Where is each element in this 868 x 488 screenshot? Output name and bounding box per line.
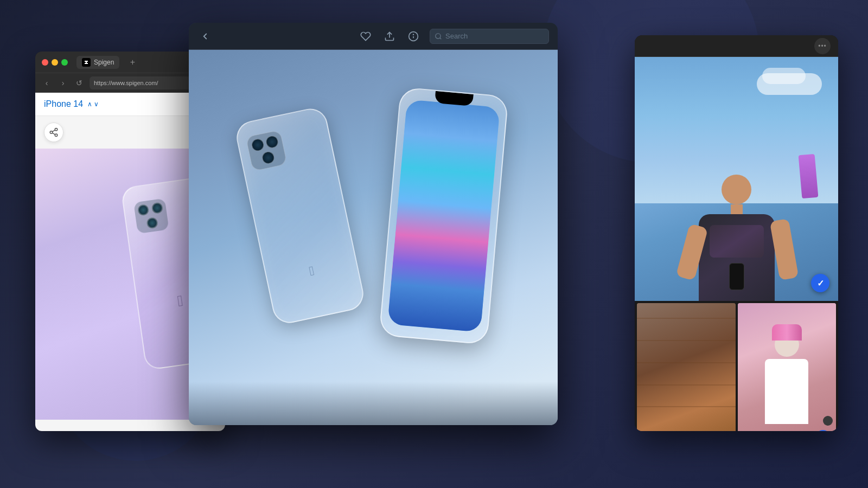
svg-line-3 xyxy=(52,133,55,134)
chevron-down-icon: ∨ xyxy=(94,100,99,108)
product-filter-label: iPhone 14 xyxy=(44,99,83,109)
svg-line-10 xyxy=(440,37,442,39)
close-dot[interactable] xyxy=(42,59,48,66)
photo-thumb-1[interactable] xyxy=(637,303,736,431)
pink-hair xyxy=(772,324,802,341)
right-window: ••• xyxy=(635,35,838,431)
forward-button[interactable]: › xyxy=(57,77,69,89)
cases-container:  xyxy=(238,80,509,395)
case-left-center:  xyxy=(233,105,366,326)
figure-arm-right xyxy=(769,219,799,280)
figure-head xyxy=(722,175,751,204)
figure-neck xyxy=(731,204,743,214)
tab-label: Spigen xyxy=(94,59,114,66)
toolbar-left xyxy=(197,29,213,44)
check-badge-main: ✓ xyxy=(811,274,829,292)
thumb1-texture xyxy=(637,303,736,431)
svg-point-2 xyxy=(55,134,58,137)
search-placeholder-text: Search xyxy=(445,32,468,40)
camera-bump-left xyxy=(133,198,169,234)
held-phone xyxy=(729,263,744,290)
spigen-favicon xyxy=(82,58,91,67)
share-button[interactable] xyxy=(44,123,63,142)
case-lens-c1 xyxy=(251,138,265,152)
heart-button[interactable] xyxy=(358,29,373,44)
more-icon: ••• xyxy=(818,42,827,50)
svg-point-0 xyxy=(55,129,58,131)
check-icon: ✓ xyxy=(817,278,824,288)
center-toolbar: Search xyxy=(189,23,558,50)
clear-case-back:  xyxy=(233,105,366,326)
refresh-button[interactable]: ↺ xyxy=(73,77,85,89)
scroll-indicator xyxy=(823,416,833,426)
main-photo: ✓ xyxy=(635,57,838,301)
traffic-lights xyxy=(42,59,68,66)
center-window: Search  xyxy=(189,23,558,425)
case-camera-bump xyxy=(246,130,288,171)
apple-logo-case-left:  xyxy=(308,263,315,279)
svg-point-1 xyxy=(50,131,53,134)
woman-figure xyxy=(699,175,775,301)
outfit-detail xyxy=(710,225,764,258)
new-tab-button[interactable]: + xyxy=(126,56,139,69)
more-options-button[interactable]: ••• xyxy=(814,38,831,54)
svg-point-9 xyxy=(436,33,441,38)
case-right-center xyxy=(379,87,508,345)
back-button[interactable]: ‹ xyxy=(41,77,53,89)
maximize-dot[interactable] xyxy=(61,59,68,66)
minimize-dot[interactable] xyxy=(52,59,58,66)
right-window-header: ••• xyxy=(635,35,838,57)
clear-case-front xyxy=(379,87,508,345)
center-product-image:  xyxy=(189,50,558,425)
center-search-bar[interactable]: Search xyxy=(430,29,549,44)
camera-lens-2 xyxy=(151,202,164,214)
phone-screen-display xyxy=(387,99,500,332)
photo-grid: ✓ xyxy=(635,301,838,431)
thumb2-person xyxy=(750,332,824,431)
apple-logo-left:  xyxy=(176,292,184,310)
figure-arm-left xyxy=(675,223,708,281)
browser-tab[interactable]: Spigen xyxy=(76,56,119,69)
svg-line-4 xyxy=(52,130,55,132)
toolbar-icons: Search xyxy=(358,29,549,44)
chevron-up-icon: ∧ xyxy=(87,100,92,108)
thumb2-body xyxy=(765,359,808,424)
url-text: https://www.spigen.com/ xyxy=(94,80,158,86)
case-lens-c3 xyxy=(261,151,275,165)
product-shadow xyxy=(189,382,558,425)
cloud-2 xyxy=(762,68,806,84)
camera-lens-3 xyxy=(146,217,158,229)
photo-thumb-2[interactable]: ✓ xyxy=(738,303,837,431)
info-button[interactable] xyxy=(406,29,421,44)
upload-button[interactable] xyxy=(382,29,397,44)
filter-chevrons[interactable]: ∧ ∨ xyxy=(87,100,99,108)
thumb2-head xyxy=(775,332,799,357)
woman-photo-bg xyxy=(635,57,838,301)
center-back-button[interactable] xyxy=(197,29,213,44)
figure-torso xyxy=(699,214,775,301)
camera-lens-1 xyxy=(137,204,150,216)
case-lens-c2 xyxy=(265,135,279,149)
